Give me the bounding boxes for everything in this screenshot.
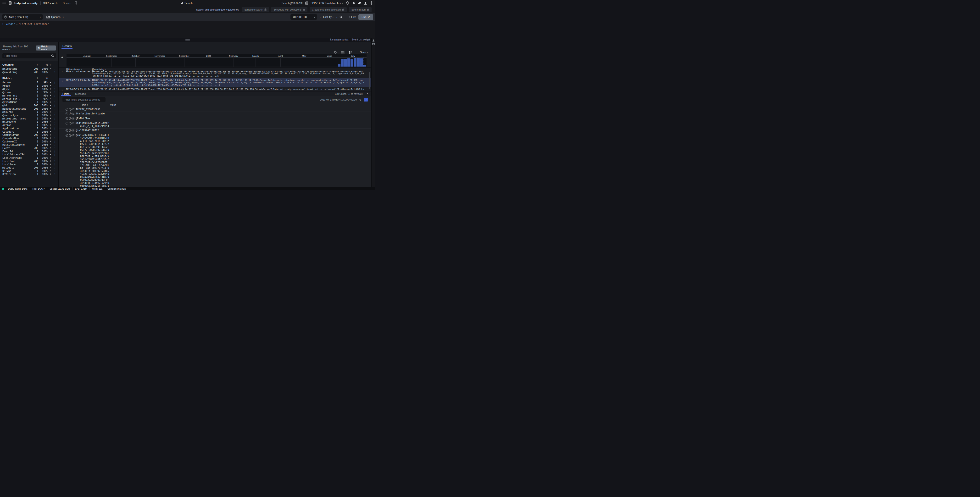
row-menu-icon[interactable]: ⋮: [53, 100, 56, 104]
histogram-bar[interactable]: [338, 64, 340, 67]
rawstring-column-header[interactable]: @rawstring∨: [92, 68, 371, 71]
row-menu-icon[interactable]: ⋮: [53, 166, 56, 169]
queries-dropdown[interactable]: Queries ∨: [46, 16, 64, 18]
add-column-icon[interactable]: +: [48, 94, 53, 97]
inspector-filter-input[interactable]: [62, 97, 105, 102]
dock-panel-icon[interactable]: [372, 39, 375, 41]
filter-not-equals-icon[interactable]: ≠: [69, 113, 72, 115]
add-column-icon[interactable]: +: [48, 91, 53, 94]
save-dropdown[interactable]: Save∨: [360, 51, 368, 54]
field-row[interactable]: Application 1 100% + ⋮: [2, 127, 56, 130]
row-menu-icon[interactable]: ⋮: [59, 88, 66, 91]
remove-column-icon[interactable]: −: [48, 71, 53, 73]
row-menu-icon[interactable]: ⋮: [53, 67, 56, 70]
row-menu-icon[interactable]: ⋮: [59, 122, 65, 127]
query-guidelines-link[interactable]: Search and detection query guidelines: [196, 8, 239, 11]
timestamp-column-header[interactable]: @timestamp∨: [66, 68, 92, 71]
row-menu-icon[interactable]: ⋮: [53, 133, 56, 136]
add-column-icon[interactable]: +: [48, 114, 53, 116]
tab-fields[interactable]: Fields: [62, 92, 69, 96]
sort-order-icon[interactable]: [348, 51, 352, 54]
filter-equals-icon[interactable]: =: [65, 113, 68, 115]
row-menu-icon[interactable]: ⋮: [53, 169, 56, 172]
field-row[interactable]: Action 1 100% + ⋮: [2, 123, 56, 127]
row-menu-icon[interactable]: ⋮: [53, 156, 56, 159]
row-menu-icon[interactable]: ⋮: [53, 91, 56, 94]
add-column-icon[interactable]: +: [48, 97, 53, 100]
row-menu-icon[interactable]: ⋮: [53, 107, 56, 110]
add-column-icon[interactable]: +: [48, 81, 53, 84]
tab-message[interactable]: Message: [75, 92, 86, 96]
filter-equals-icon[interactable]: =: [65, 108, 68, 111]
tab-results[interactable]: Results: [62, 45, 72, 49]
add-column-icon[interactable]: +: [48, 173, 53, 175]
timeline-chart[interactable]: 2k AugustSeptemberOctoberNovemberDecembe…: [67, 54, 366, 67]
field-row[interactable]: @timezone 1 100% + ⋮: [2, 120, 56, 124]
add-column-icon[interactable]: +: [48, 137, 53, 139]
sync-columns-icon[interactable]: ↻: [48, 64, 53, 66]
row-menu-icon[interactable]: ⋮: [53, 173, 56, 175]
column-row[interactable]: @timestamp 200 100% − ⋮: [2, 67, 56, 70]
field-row[interactable]: DestinationZone 1 100% + ⋮: [2, 143, 56, 146]
group-by-icon[interactable]: [72, 122, 76, 127]
row-menu-icon[interactable]: ⋮: [53, 150, 56, 153]
group-by-icon[interactable]: [72, 112, 76, 116]
filter-equals-icon[interactable]: =: [65, 129, 68, 132]
event-row[interactable]: ⋮ 2023-07-13 03:49:24.000 1,2023/07/13 0…: [59, 88, 371, 91]
group-by-icon[interactable]: [72, 117, 76, 120]
histogram-bar[interactable]: [347, 58, 350, 67]
histogram-bar[interactable]: [344, 59, 347, 67]
field-row[interactable]: @id 200 100% + ⋮: [2, 104, 56, 107]
add-column-icon[interactable]: +: [48, 111, 53, 113]
filter-fields-input[interactable]: [2, 53, 56, 58]
row-menu-icon[interactable]: ⋮: [53, 104, 56, 107]
column-row[interactable]: @rawstring 200 100% − ⋮: [2, 70, 56, 74]
field-row[interactable]: Metadata 200 100% + ⋮: [2, 166, 56, 169]
histogram-bar[interactable]: [341, 59, 344, 67]
row-menu-icon[interactable]: ⋮: [53, 124, 56, 126]
row-menu-icon[interactable]: ⋮: [59, 108, 65, 111]
row-menu-icon[interactable]: ⋮: [53, 94, 56, 97]
add-column-icon[interactable]: +: [48, 101, 53, 104]
falcon-badge-icon[interactable]: [346, 1, 350, 5]
resize-handle[interactable]: [185, 39, 190, 41]
group-by-icon[interactable]: [72, 134, 76, 187]
see-in-graph-button[interactable]: See in graph: [349, 7, 372, 12]
filter-not-equals-icon[interactable]: ≠: [69, 117, 72, 120]
field-row[interactable]: ComputerName 1 100% + ⋮: [2, 137, 56, 140]
timezone-dropdown[interactable]: +00:00 UTC∨: [290, 14, 317, 20]
add-column-icon[interactable]: +: [48, 130, 53, 133]
row-menu-icon[interactable]: ⋮: [53, 153, 56, 156]
add-column-icon[interactable]: +: [48, 156, 53, 159]
filter-equals-icon[interactable]: =: [65, 134, 68, 137]
event-row[interactable]: ⋮ 2023-07-13 03:44:14.000 1,2023/07/13 0…: [59, 78, 371, 88]
view-selector-dropdown[interactable]: AAuto (Event List) ∨: [2, 14, 43, 20]
row-menu-icon[interactable]: ⋮: [53, 117, 56, 120]
time-shift-back-icon[interactable]: ‹: [320, 15, 321, 19]
filter-not-equals-icon[interactable]: ≠: [69, 108, 72, 111]
field-row[interactable]: @EventName 1 100% + ⋮: [2, 100, 56, 104]
time-range-dropdown[interactable]: Last 1y∨: [323, 16, 334, 18]
sort-descending-icon[interactable]: ↓: [11, 77, 12, 80]
add-column-icon[interactable]: +: [48, 134, 53, 136]
row-menu-icon[interactable]: ⋮: [53, 127, 56, 130]
add-column-icon[interactable]: +: [48, 124, 53, 126]
field-row[interactable]: OSVersion 1 100% + ⋮: [2, 173, 56, 176]
row-menu-icon[interactable]: ⋮: [53, 88, 56, 91]
histogram-bar[interactable]: [357, 58, 360, 67]
zoom-out-icon[interactable]: [339, 16, 343, 19]
group-by-icon[interactable]: [72, 129, 76, 132]
filter-not-equals-icon[interactable]: ≠: [69, 134, 72, 137]
crosshair-icon[interactable]: [334, 51, 337, 54]
field-row[interactable]: @error_msg 1 99% + ⋮: [2, 94, 56, 97]
histogram-bar[interactable]: [354, 58, 356, 67]
field-row[interactable]: #repo 1 100% + ⋮: [2, 84, 56, 88]
add-column-icon[interactable]: +: [48, 169, 53, 172]
widget-panel-icon[interactable]: [372, 43, 375, 45]
add-column-icon[interactable]: +: [48, 107, 53, 110]
add-column-icon[interactable]: +: [48, 160, 53, 162]
wrap-text-toggle[interactable]: [364, 98, 368, 102]
live-checkbox[interactable]: [348, 16, 350, 18]
row-menu-icon[interactable]: ⋮: [59, 79, 66, 87]
run-button[interactable]: Run↵: [358, 14, 373, 20]
